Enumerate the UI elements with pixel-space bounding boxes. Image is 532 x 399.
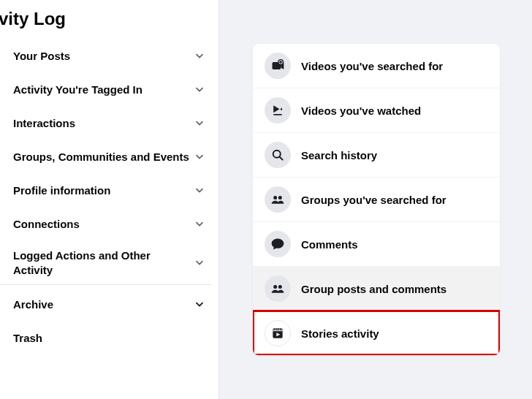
sidebar-item-label: Archive (13, 297, 58, 312)
sidebar-item-label: Your Posts (13, 49, 75, 64)
groups-icon (265, 186, 291, 213)
row-label: Search history (301, 149, 377, 162)
svg-point-9 (278, 196, 282, 200)
activity-list: Videos you've searched for Videos you've… (253, 44, 500, 355)
row-group-posts[interactable]: Group posts and comments (253, 266, 500, 311)
chevron-down-icon (194, 257, 205, 269)
sidebar-item-label: Trash (13, 331, 47, 346)
sidebar-item-label: Profile information (13, 183, 115, 198)
page-title: vity Log (0, 6, 211, 39)
sidebar-item-connections[interactable]: Connections (0, 208, 211, 241)
sidebar-item-label: Logged Actions and Other Activity (13, 248, 194, 277)
svg-marker-3 (273, 105, 279, 113)
sidebar-item-tagged[interactable]: Activity You're Tagged In (0, 73, 211, 107)
svg-line-7 (280, 157, 283, 160)
sidebar-item-archive[interactable]: Archive (0, 288, 211, 322)
chevron-down-icon (194, 50, 205, 62)
sidebar-item-groups[interactable]: Groups, Communities and Events (0, 140, 211, 174)
row-comments[interactable]: Comments (253, 221, 500, 266)
sidebar-group: Your Posts Activity You're Tagged In Int… (0, 39, 211, 285)
row-label: Videos you've watched (301, 104, 421, 117)
row-label: Group posts and comments (301, 283, 446, 295)
row-search-history[interactable]: Search history (253, 132, 500, 177)
sidebar: vity Log Your Posts Activity You're Tagg… (0, 0, 219, 399)
sidebar-item-logged-actions[interactable]: Logged Actions and Other Activity (0, 241, 211, 284)
search-icon (265, 142, 291, 168)
row-label: Stories activity (301, 327, 379, 340)
comment-icon (265, 231, 291, 257)
svg-point-10 (273, 285, 277, 289)
main-area: Videos you've searched for Videos you've… (219, 0, 532, 399)
groups-icon (265, 276, 291, 302)
chevron-down-icon (194, 185, 205, 197)
sidebar-item-your-posts[interactable]: Your Posts (0, 39, 211, 73)
row-videos-watched[interactable]: Videos you've watched (253, 88, 500, 132)
sidebar-item-interactions[interactable]: Interactions (0, 107, 211, 140)
video-search-icon (265, 53, 291, 79)
svg-rect-4 (273, 114, 282, 115)
row-groups-searched[interactable]: Groups you've searched for (253, 177, 500, 221)
sidebar-item-profile-info[interactable]: Profile information (0, 174, 211, 208)
sidebar-item-label: Interactions (13, 116, 80, 131)
chevron-down-icon (194, 151, 205, 163)
row-stories-activity[interactable]: Stories activity (253, 311, 500, 355)
row-label: Videos you've searched for (301, 60, 443, 72)
chevron-down-icon (194, 118, 205, 129)
svg-rect-5 (281, 108, 282, 110)
chevron-down-icon (194, 299, 205, 311)
chevron-down-icon (194, 218, 205, 230)
row-videos-searched[interactable]: Videos you've searched for (253, 44, 500, 88)
stories-icon (265, 320, 291, 346)
sidebar-item-label: Groups, Communities and Events (13, 150, 194, 164)
row-label: Comments (301, 238, 358, 251)
svg-point-11 (278, 285, 282, 289)
sidebar-group-bottom: Archive Trash (0, 288, 211, 355)
sidebar-item-label: Activity You're Tagged In (13, 83, 147, 97)
chevron-down-icon (194, 84, 205, 96)
sidebar-item-label: Connections (13, 217, 84, 232)
video-play-icon (265, 97, 291, 123)
row-label: Groups you've searched for (301, 194, 446, 206)
svg-point-8 (273, 196, 277, 200)
sidebar-item-trash[interactable]: Trash (0, 322, 211, 355)
